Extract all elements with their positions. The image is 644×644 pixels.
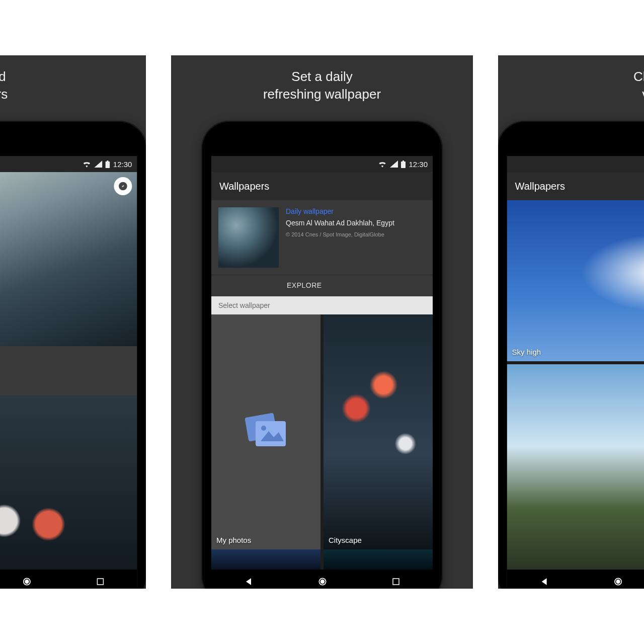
daily-wallpaper-label: Daily wallpaper (286, 207, 426, 215)
nav-back-icon[interactable] (539, 577, 549, 587)
daily-wallpaper-title: Qesm Al Wahat Ad Dakhlah, Egypt (286, 218, 426, 227)
daily-wallpaper-card[interactable]: Daily wallpaper Qesm Al Wahat Ad Dakhlah… (211, 200, 433, 296)
status-time: 12:30 (409, 160, 428, 169)
svg-point-7 (261, 426, 266, 431)
app-title: Wallpapers (515, 181, 565, 192)
explore-button[interactable]: EXPLORE (211, 275, 433, 296)
phone-screen: 12:30 at Ad pt Spot Image, (0, 156, 137, 589)
promo-panel-center: Set a daily refreshing wallpaper 12:30 W… (171, 55, 473, 589)
wallpaper-preview[interactable] (0, 172, 137, 346)
category-row-peek (211, 549, 433, 570)
select-wallpaper-header: Select wallpaper (211, 296, 433, 314)
wallpaper-credit: Spot Image, (0, 378, 130, 384)
svg-point-2 (25, 580, 29, 584)
category-label: Sky high (512, 348, 541, 356)
android-nav-bar (507, 570, 644, 589)
app-title: Wallpapers (219, 181, 269, 192)
wallpaper-title: at Ad (0, 353, 130, 364)
app-bar: Wallpapers (211, 172, 433, 200)
android-nav-bar (0, 570, 137, 589)
signal-icon (95, 160, 103, 168)
photos-icon (244, 412, 289, 452)
explore-fab[interactable] (114, 177, 132, 195)
svg-point-12 (616, 580, 620, 584)
svg-rect-10 (393, 579, 399, 585)
wallpaper-subtitle: pt (0, 366, 130, 374)
nav-home-icon[interactable] (22, 577, 32, 587)
wifi-icon (83, 160, 92, 168)
svg-point-9 (320, 580, 325, 584)
phone-frame: 12:30 Wallpapers Sky high (498, 121, 644, 589)
app-bar: Wallpapers (507, 172, 644, 200)
category-cityscape[interactable]: Cityscape (324, 314, 433, 549)
svg-rect-3 (98, 579, 104, 585)
compass-icon (118, 181, 128, 191)
category-sky-high[interactable]: Sky high (507, 200, 644, 361)
category-grid: My photos Cityscape (211, 314, 433, 549)
category-tile-peek[interactable] (211, 549, 320, 570)
nav-home-icon[interactable] (317, 577, 328, 587)
signal-icon (390, 160, 398, 168)
battery-icon (401, 160, 406, 168)
category-landscape[interactable] (507, 364, 644, 570)
category-label: My photos (216, 536, 251, 544)
phone-frame: 12:30 at Ad pt Spot Image, (0, 121, 146, 589)
promo-text: Set a daily refreshing wallpaper (171, 55, 473, 116)
status-bar: 12:30 (507, 156, 644, 172)
nav-back-icon[interactable] (244, 577, 254, 587)
phone-frame: 12:30 Wallpapers Daily wallpaper Qesm Al… (201, 121, 443, 589)
android-nav-bar (211, 570, 433, 589)
promo-text: and pers (0, 55, 146, 116)
category-tile-peek[interactable] (324, 549, 433, 570)
status-bar: 12:30 (211, 156, 433, 172)
status-bar: 12:30 (0, 156, 137, 172)
nav-recents-icon[interactable] (391, 577, 400, 586)
category-label: Cityscape (329, 536, 362, 544)
next-wallpaper-peek[interactable] (0, 395, 137, 570)
battery-icon (106, 160, 110, 168)
daily-wallpaper-thumb[interactable] (218, 207, 279, 268)
phone-screen: 12:30 Wallpapers Daily wallpaper Qesm Al… (211, 156, 433, 589)
category-my-photos[interactable]: My photos (211, 314, 320, 549)
phone-screen: 12:30 Wallpapers Sky high (507, 156, 644, 589)
nav-recents-icon[interactable] (96, 577, 105, 586)
nav-home-icon[interactable] (613, 577, 623, 587)
wifi-icon (378, 160, 387, 168)
promo-panel-right: Choo va 12:30 Wallpapers Sky high (498, 55, 644, 589)
promo-panel-left: and pers 12:30 at Ad pt Spot Image, (0, 55, 146, 589)
wallpaper-info-card: at Ad pt Spot Image, (0, 346, 137, 395)
promo-text: Choo va (498, 55, 644, 116)
daily-wallpaper-credit: © 2014 Cnes / Spot Image, DigitalGlobe (286, 231, 426, 237)
status-time: 12:30 (113, 160, 132, 169)
